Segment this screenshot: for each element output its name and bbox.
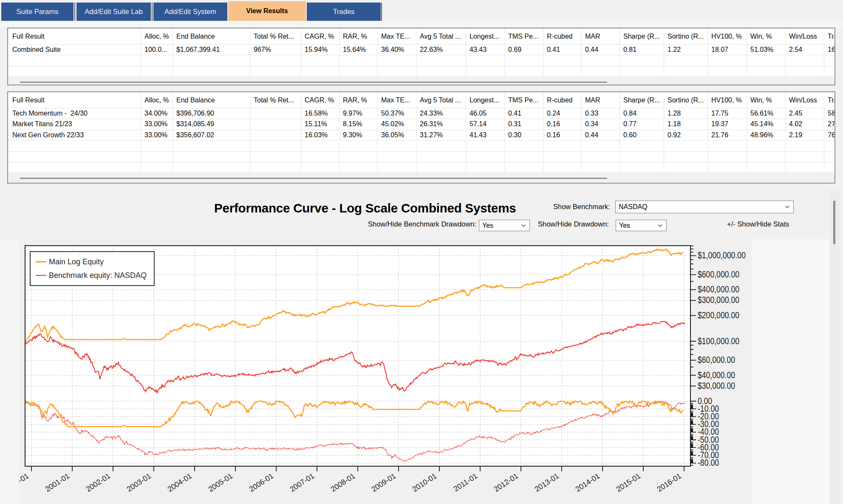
svg-text:2002-01: 2002-01: [84, 472, 112, 494]
svg-text:2006-01: 2006-01: [247, 472, 275, 494]
svg-text:2003-01: 2003-01: [125, 472, 153, 494]
svg-text:2014-01: 2014-01: [574, 472, 601, 494]
svg-text:$30,000.00: $30,000.00: [698, 380, 735, 391]
svg-text:$60,000.00: $60,000.00: [698, 354, 735, 365]
svg-text:$600,000.00: $600,000.00: [698, 269, 739, 280]
svg-text:$300,000.00: $300,000.00: [698, 294, 739, 305]
svg-text:$200,000.00: $200,000.00: [698, 310, 739, 320]
svg-text:$40,000.00: $40,000.00: [698, 370, 735, 380]
svg-text:2016-01: 2016-01: [655, 472, 683, 494]
svg-text:2013-01: 2013-01: [533, 472, 560, 494]
svg-text:Main Log Equity: Main Log Equity: [49, 258, 104, 266]
svg-text:2015-01: 2015-01: [614, 472, 642, 494]
svg-text:Benchmark equity: NASDAQ: Benchmark equity: NASDAQ: [49, 271, 147, 280]
svg-text:2004-01: 2004-01: [166, 472, 193, 494]
svg-text:2011-01: 2011-01: [452, 472, 479, 493]
svg-text:$400,000.00: $400,000.00: [698, 284, 739, 294]
svg-text:$100,000.00: $100,000.00: [698, 336, 739, 346]
svg-text:2005-01: 2005-01: [207, 472, 234, 494]
svg-text:$1,000,000.00: $1,000,000.00: [698, 250, 746, 260]
svg-text:2001-01: 2001-01: [43, 472, 71, 494]
svg-text:2000-01: 2000-01: [19, 472, 30, 494]
svg-text:2012-01: 2012-01: [492, 472, 520, 494]
svg-text:2009-01: 2009-01: [370, 472, 397, 494]
svg-text:-80.00: -80.00: [698, 457, 719, 468]
svg-text:2010-01: 2010-01: [410, 472, 438, 494]
svg-text:2008-01: 2008-01: [329, 472, 356, 494]
svg-text:2007-01: 2007-01: [288, 472, 316, 494]
